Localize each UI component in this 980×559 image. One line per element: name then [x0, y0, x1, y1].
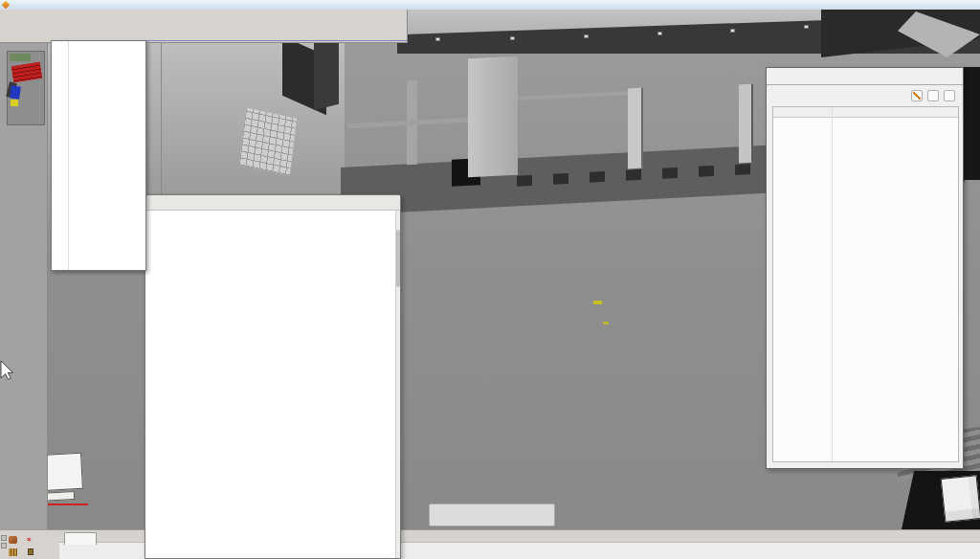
main-toolbar: [0, 10, 408, 43]
delete-attribute-icon[interactable]: [927, 90, 939, 101]
lower-bowl-yellow-b[interactable]: [600, 503, 801, 526]
thumbnail-detail: [11, 100, 18, 106]
thumbnail-detail: [10, 54, 31, 61]
scene-tree-list: [145, 211, 395, 558]
attributes-panel: [766, 67, 964, 469]
scene-mark: [603, 322, 609, 324]
seat-sliver-blue[interactable]: [334, 96, 349, 160]
scrollbar-thumb[interactable]: [396, 230, 400, 287]
panel-scroll-down[interactable]: [1, 543, 7, 548]
tab-default[interactable]: [64, 532, 97, 545]
edit-attribute-icon[interactable]: [911, 90, 923, 101]
thumbnail-detail: [11, 62, 42, 82]
scene-thumbnail[interactable]: [7, 51, 45, 125]
tab-divider: [767, 84, 963, 85]
app-logo-icon: [2, 1, 10, 9]
materials-icon: [9, 536, 17, 544]
attributes-actions: [911, 90, 955, 101]
ceiling-light: [435, 37, 440, 41]
column-divider: [832, 107, 833, 461]
ceiling-light: [657, 32, 662, 35]
viewport-nav-toolbar: [429, 503, 555, 526]
ceiling-light: [584, 34, 589, 38]
scaffold-grid: [239, 108, 297, 176]
libraries-icon: [9, 548, 17, 556]
scene-tree-scrollbar[interactable]: [395, 211, 400, 558]
mouse-cursor: [0, 360, 15, 383]
simlab-composer-window: ×: [0, 0, 980, 559]
close-materials-icon[interactable]: ×: [27, 535, 32, 544]
plan-sheet: [941, 475, 980, 523]
thumbnail-detail: [10, 85, 21, 99]
pillar: [468, 56, 518, 178]
dark-pillar-right: [962, 67, 980, 180]
title-bar: [0, 0, 980, 10]
file-menu: [51, 40, 146, 271]
scene-tree-panel: [145, 194, 401, 559]
lower-bowl-yellow-c[interactable]: [804, 500, 906, 521]
ceiling-light: [510, 36, 515, 40]
add-attribute-icon[interactable]: [944, 90, 955, 101]
ceiling-light: [730, 29, 735, 33]
seat-block-red-center[interactable]: [518, 51, 631, 118]
scene-tree-toolbar: [145, 195, 400, 211]
seat-block-blue-center[interactable]: [518, 112, 631, 158]
attributes-table-header: [773, 107, 958, 118]
ceiling-light: [804, 25, 809, 29]
attributes-table: [772, 106, 959, 462]
trash-icon[interactable]: [28, 548, 33, 555]
scene-mark: [593, 301, 602, 304]
pillar: [739, 84, 753, 164]
panel-scroll-up[interactable]: [1, 535, 7, 541]
toolbar-underline: [134, 40, 408, 41]
scene-states-strip[interactable]: [0, 43, 48, 529]
